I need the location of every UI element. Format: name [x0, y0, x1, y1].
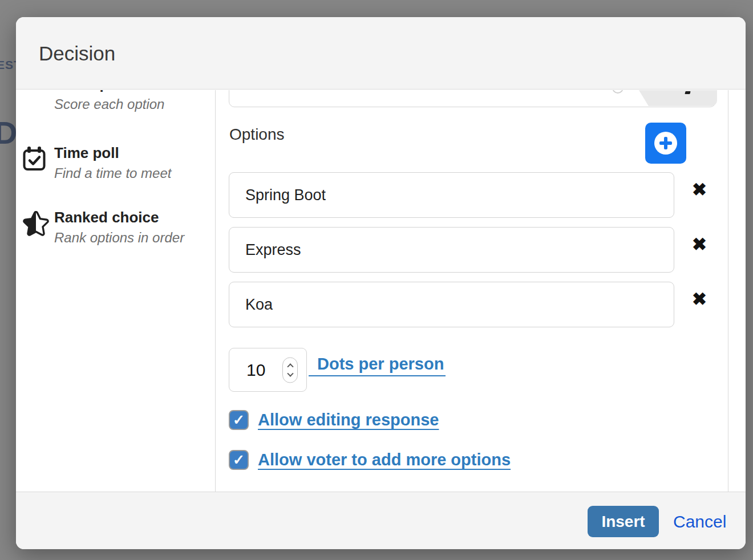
sidebar-item-description: Rank options in order — [54, 230, 210, 245]
remove-icon: ✖ — [692, 180, 707, 200]
remove-icon: ✖ — [692, 289, 707, 309]
sidebar-item-score-poll[interactable]: Score poll Score each option — [23, 90, 210, 115]
sidebar-item-ranked-choice[interactable]: Ranked choice Rank options in order — [23, 209, 210, 249]
modal-title: Decision — [39, 42, 115, 65]
option-input[interactable] — [229, 172, 674, 218]
sidebar-item-title: Time poll — [54, 144, 210, 161]
allow-editing-checkbox[interactable]: ✓ — [229, 410, 249, 430]
score-poll-icon — [23, 90, 48, 103]
poll-type-sidebar: Score poll Score each option — [16, 90, 216, 492]
stepper-up-icon — [287, 363, 293, 370]
option-input[interactable] — [229, 282, 674, 327]
modal-header: Decision — [16, 17, 746, 90]
sidebar-item-description: Find a time to meet — [54, 166, 210, 181]
sidebar-item-title: Ranked choice — [54, 209, 210, 226]
number-stepper[interactable] — [282, 357, 298, 383]
modal-footer: Insert Cancel — [16, 492, 746, 549]
plus-circle-icon — [654, 132, 677, 155]
sidebar-item-title: Score poll — [54, 90, 210, 92]
dots-per-person-field — [229, 348, 307, 392]
insert-button[interactable]: Insert — [588, 506, 659, 537]
stepper-down-icon — [287, 370, 293, 376]
sidebar-item-time-poll[interactable]: Time poll Find a time to meet — [23, 144, 210, 184]
screen: EST Do Decision Score poll Score each op… — [0, 0, 753, 560]
remove-option-button[interactable]: ✖ — [689, 179, 710, 201]
options-label: Options — [229, 125, 285, 144]
poll-settings-panel: Options ✖ ✖ ✖ — [216, 90, 728, 492]
allow-voter-add-checkbox[interactable]: ✓ — [229, 450, 249, 470]
check-icon: ✓ — [233, 452, 245, 468]
remove-option-button[interactable]: ✖ — [689, 234, 710, 255]
add-option-button[interactable] — [645, 123, 686, 164]
allow-voter-add-label[interactable]: Allow voter to add more options — [258, 451, 511, 469]
decision-modal: Decision Score poll Score each option — [16, 17, 746, 549]
time-poll-icon — [23, 147, 48, 172]
dots-per-person-label[interactable]: Dots per person — [309, 355, 446, 376]
ranked-choice-icon — [23, 211, 48, 236]
dots-per-person-input[interactable] — [229, 348, 277, 391]
sidebar-item-description: Score each option — [54, 97, 210, 112]
remove-icon: ✖ — [692, 234, 707, 254]
allow-editing-label[interactable]: Allow editing response — [258, 411, 439, 429]
modal-body: Score poll Score each option — [16, 90, 746, 492]
remove-option-button[interactable]: ✖ — [689, 289, 710, 310]
cancel-button[interactable]: Cancel — [670, 506, 730, 537]
option-input[interactable] — [229, 227, 674, 273]
check-icon: ✓ — [233, 412, 245, 428]
partial-text-fragment — [685, 91, 690, 94]
